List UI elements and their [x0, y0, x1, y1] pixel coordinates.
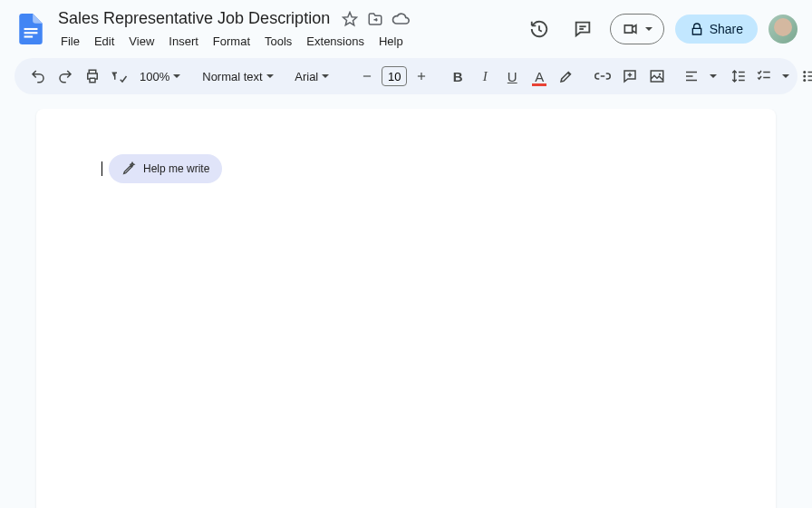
- bullet-list-button[interactable]: [798, 64, 812, 89]
- cloud-status-icon[interactable]: [392, 10, 410, 28]
- comments-icon[interactable]: [566, 13, 599, 45]
- zoom-value: 100%: [140, 70, 169, 83]
- svg-point-14: [804, 75, 807, 78]
- menu-format[interactable]: Format: [207, 32, 256, 51]
- chevron-down-icon: [266, 74, 274, 78]
- move-icon[interactable]: [366, 10, 384, 28]
- menu-view[interactable]: View: [122, 32, 160, 51]
- undo-button[interactable]: [25, 64, 51, 89]
- style-value: Normal text: [202, 70, 262, 83]
- chevron-down-icon: [782, 74, 789, 78]
- font-select[interactable]: Arial: [289, 64, 343, 89]
- align-dropdown[interactable]: [702, 64, 724, 89]
- menu-insert[interactable]: Insert: [162, 32, 205, 51]
- insert-comment-button[interactable]: [617, 64, 643, 89]
- checklist-button[interactable]: [753, 64, 775, 89]
- chevron-down-icon: [173, 74, 180, 78]
- doc-title[interactable]: Sales Representative Job Description: [54, 7, 334, 30]
- svg-point-9: [659, 73, 661, 75]
- insert-link-button[interactable]: [590, 64, 615, 89]
- spellcheck-button[interactable]: [107, 64, 132, 89]
- font-size-decrease[interactable]: [354, 64, 380, 89]
- font-size-input[interactable]: [382, 66, 407, 86]
- underline-button[interactable]: U: [499, 64, 525, 89]
- menu-extensions[interactable]: Extensions: [300, 32, 371, 51]
- svg-rect-0: [24, 28, 38, 30]
- italic-button[interactable]: I: [472, 64, 498, 89]
- video-call-button[interactable]: [610, 14, 664, 44]
- avatar[interactable]: [768, 15, 798, 44]
- help-me-write-label: Help me write: [143, 162, 209, 175]
- menubar: File Edit View Insert Format Tools Exten…: [54, 32, 523, 51]
- insert-image-button[interactable]: [644, 64, 670, 89]
- menu-file[interactable]: File: [54, 32, 86, 51]
- zoom-select[interactable]: 100%: [134, 64, 186, 89]
- svg-rect-1: [24, 32, 38, 34]
- svg-rect-2: [24, 35, 34, 37]
- svg-point-13: [804, 71, 807, 73]
- redo-button[interactable]: [53, 64, 78, 89]
- align-button[interactable]: [681, 64, 702, 89]
- menu-edit[interactable]: Edit: [88, 32, 121, 51]
- font-size-increase[interactable]: [409, 64, 434, 89]
- chevron-down-icon: [710, 74, 717, 78]
- print-button[interactable]: [80, 64, 105, 89]
- chevron-down-icon: [645, 27, 652, 31]
- share-button[interactable]: Share: [675, 15, 758, 44]
- text-cursor: [102, 161, 102, 176]
- share-label: Share: [710, 22, 743, 36]
- bold-button[interactable]: B: [445, 64, 470, 89]
- font-value: Arial: [295, 70, 318, 83]
- checklist-dropdown[interactable]: [775, 64, 797, 89]
- menu-help[interactable]: Help: [372, 32, 410, 51]
- highlight-button[interactable]: [554, 64, 579, 89]
- history-icon[interactable]: [523, 13, 556, 45]
- toolbar: 100% Normal text Arial B I U A: [14, 58, 798, 94]
- style-select[interactable]: Normal text: [197, 64, 278, 89]
- document-page[interactable]: Help me write: [36, 109, 776, 508]
- text-color-button[interactable]: A: [527, 64, 552, 89]
- star-icon[interactable]: [341, 10, 359, 28]
- docs-logo[interactable]: [14, 13, 47, 45]
- chevron-down-icon: [322, 74, 329, 78]
- menu-tools[interactable]: Tools: [258, 32, 298, 51]
- svg-point-15: [804, 79, 807, 82]
- help-me-write-chip[interactable]: Help me write: [109, 154, 222, 183]
- line-spacing-button[interactable]: [726, 64, 751, 89]
- pencil-sparkle-icon: [121, 161, 136, 176]
